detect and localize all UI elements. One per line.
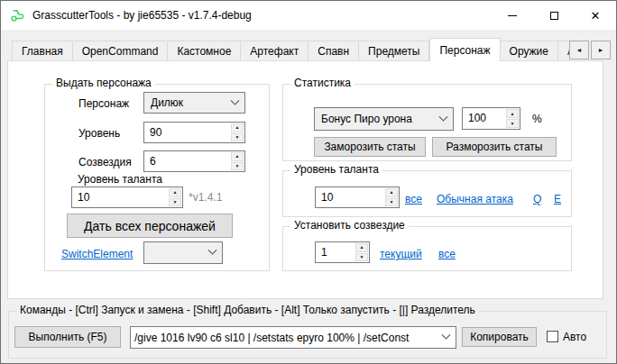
auto-checkbox[interactable] — [547, 331, 558, 342]
tab-label: Кастомное — [177, 45, 231, 58]
minimize-button[interactable] — [492, 1, 533, 30]
spinner-buttons: ▲▼ — [384, 187, 399, 207]
stat-amount-value: 100 — [463, 108, 505, 129]
tab-label: Персонаж — [439, 44, 490, 57]
arrow-left-icon: ◄ — [576, 47, 583, 53]
close-icon: ✕ — [591, 10, 601, 22]
level-spinner[interactable]: 90 ▲▼ — [143, 122, 245, 143]
tab-scroll-right-button[interactable]: ► — [591, 41, 611, 59]
talent-level-spinner[interactable]: 10 ▲▼ — [315, 187, 400, 208]
switch-element-link[interactable]: SwitchElement — [61, 248, 133, 260]
talent-value: 10 — [72, 187, 168, 207]
character-label: Персонаж — [78, 97, 129, 110]
app-icon — [10, 8, 26, 23]
freeze-stats-button[interactable]: Заморозить статы — [314, 137, 426, 157]
group-title: Команды - [Ctrl] Запуск и замена - [Shif… — [16, 304, 479, 316]
spin-down-icon[interactable]: ▼ — [231, 162, 244, 171]
window-title: GrasscutterTools - by jie65535 - v1.7.4-… — [32, 9, 252, 22]
auto-label: Авто — [563, 331, 586, 343]
percent-label: % — [532, 113, 542, 125]
tab-predmety[interactable]: Предметы — [359, 41, 429, 61]
copy-command-button[interactable]: Копировать — [462, 327, 537, 347]
group-title: Уровень таланта — [290, 163, 382, 176]
run-command-button[interactable]: Выполнить (F5) — [14, 326, 121, 348]
tab-scroll-left-button[interactable]: ◄ — [569, 41, 589, 59]
tab-oruzhie[interactable]: Оружие — [501, 41, 558, 61]
spin-up-icon[interactable]: ▲ — [231, 123, 244, 132]
spin-down-icon[interactable]: ▼ — [169, 198, 181, 207]
talent-label: Уровень таланта — [78, 173, 162, 186]
tab-opencommand[interactable]: OpenCommand — [73, 41, 169, 61]
constellation-spinner[interactable]: 6 ▲▼ — [143, 150, 245, 172]
tab-glavnaya[interactable]: Главная — [12, 41, 73, 61]
give-all-characters-button[interactable]: Дать всех персонажей — [67, 214, 233, 238]
stat-select[interactable]: Бонус Пиро урона — [314, 107, 454, 131]
character-select-value: Дилюк — [151, 96, 226, 109]
chevron-down-icon — [442, 331, 451, 340]
set-constellation-value: 1 — [316, 242, 355, 262]
talent-all-link[interactable]: все — [405, 193, 422, 205]
chevron-down-icon — [439, 112, 448, 121]
spin-down-icon[interactable]: ▼ — [355, 253, 368, 262]
spin-down-icon[interactable]: ▼ — [231, 133, 244, 142]
tab-label: OpenCommand — [82, 45, 159, 58]
tab-label: Оружие — [510, 45, 548, 58]
talent-q-link[interactable]: Q — [533, 193, 541, 205]
talent-spinner[interactable]: 10 ▲▼ — [71, 187, 183, 208]
talent-normal-attack-link[interactable]: Обычная атака — [437, 193, 513, 205]
group-title: Установить созвездие — [290, 219, 409, 232]
spin-up-icon[interactable]: ▲ — [169, 188, 181, 197]
tab-label: Артефакт — [250, 45, 299, 58]
tab-label: Главная — [22, 45, 63, 58]
chevron-down-icon — [208, 246, 217, 255]
tab-label: Спавн — [318, 45, 349, 58]
constellation-current-link[interactable]: текущий — [380, 248, 422, 260]
spin-up-icon[interactable]: ▲ — [355, 243, 368, 252]
command-input[interactable]: /give 1016 lv90 c6 sl10 | /setstats epyr… — [130, 326, 456, 349]
close-button[interactable]: ✕ — [575, 1, 616, 30]
spinner-buttons: ▲▼ — [230, 123, 244, 142]
level-value: 90 — [144, 123, 230, 142]
tab-kastomnoe[interactable]: Кастомное — [168, 41, 241, 61]
spin-down-icon[interactable]: ▼ — [506, 119, 519, 128]
talent-level-value: 10 — [316, 187, 384, 207]
unfreeze-stats-button[interactable]: Разморозить статы — [432, 137, 557, 157]
spinner-buttons: ▲▼ — [168, 187, 182, 207]
constellation-all-link[interactable]: все — [438, 248, 456, 260]
minimize-icon — [508, 15, 517, 16]
title-bar: GrasscutterTools - by jie65535 - v1.7.4-… — [1, 1, 616, 30]
chevron-down-icon — [231, 96, 240, 105]
spinner-buttons: ▲▼ — [355, 242, 369, 262]
constellation-label: Созвездия — [78, 156, 132, 168]
arrow-right-icon: ► — [598, 47, 604, 53]
spin-up-icon[interactable]: ▲ — [385, 188, 398, 197]
version-note: *v1.4.1 — [189, 191, 222, 204]
spin-down-icon[interactable]: ▼ — [385, 198, 398, 207]
tab-strip: Главная OpenCommand Кастомное Артефакт С… — [12, 38, 571, 61]
maximize-icon — [550, 12, 558, 20]
character-select[interactable]: Дилюк — [143, 92, 245, 114]
command-text: /give 1016 lv90 c6 sl10 | /setstats epyr… — [134, 332, 437, 344]
stat-amount-spinner[interactable]: 100 ▲▼ — [462, 107, 520, 130]
constellation-value: 6 — [144, 151, 230, 171]
spinner-buttons: ▲▼ — [505, 108, 520, 129]
group-title: Статистика — [290, 77, 355, 89]
tab-artefakt[interactable]: Артефакт — [241, 41, 308, 61]
stat-select-value: Бонус Пиро урона — [321, 113, 435, 125]
tab-label: Предметы — [368, 45, 419, 58]
group-title: Выдать персонажа — [52, 77, 155, 89]
spinner-buttons: ▲▼ — [230, 151, 244, 171]
spin-up-icon[interactable]: ▲ — [506, 109, 519, 118]
tab-spavn[interactable]: Спавн — [308, 41, 359, 61]
spin-up-icon[interactable]: ▲ — [231, 152, 244, 161]
app-window: GrasscutterTools - by jie65535 - v1.7.4-… — [0, 0, 617, 364]
switch-element-select[interactable] — [143, 241, 223, 264]
set-constellation-spinner[interactable]: 1 ▲▼ — [315, 241, 370, 263]
level-label: Уровень — [78, 127, 120, 140]
tab-personazh[interactable]: Персонаж — [429, 38, 500, 61]
maximize-button[interactable] — [533, 1, 575, 30]
talent-e-link[interactable]: E — [554, 193, 561, 205]
